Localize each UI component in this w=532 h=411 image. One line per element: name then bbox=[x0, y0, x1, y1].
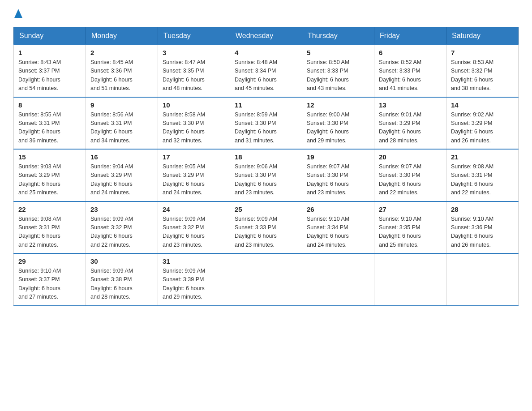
table-row bbox=[446, 253, 519, 306]
table-row: 29 Sunrise: 9:10 AMSunset: 3:37 PMDaylig… bbox=[14, 253, 86, 306]
day-number: 27 bbox=[379, 206, 442, 213]
day-number: 18 bbox=[235, 153, 297, 161]
table-row: 31 Sunrise: 9:09 AMSunset: 3:39 PMDaylig… bbox=[158, 253, 230, 306]
table-row bbox=[230, 253, 302, 306]
table-row: 20 Sunrise: 9:07 AMSunset: 3:30 PMDaylig… bbox=[374, 149, 446, 201]
day-info: Sunrise: 8:59 AMSunset: 3:30 PMDaylight:… bbox=[235, 111, 297, 146]
table-row: 12 Sunrise: 9:00 AMSunset: 3:30 PMDaylig… bbox=[302, 97, 374, 150]
day-number: 12 bbox=[307, 101, 369, 109]
day-number: 28 bbox=[451, 206, 514, 213]
day-number: 9 bbox=[90, 101, 153, 109]
table-row: 17 Sunrise: 9:05 AMSunset: 3:29 PMDaylig… bbox=[158, 149, 230, 201]
table-row: 21 Sunrise: 9:08 AMSunset: 3:31 PMDaylig… bbox=[446, 149, 519, 201]
day-number: 21 bbox=[451, 153, 514, 161]
day-info: Sunrise: 9:04 AMSunset: 3:29 PMDaylight:… bbox=[90, 163, 153, 197]
day-number: 13 bbox=[379, 101, 442, 109]
weekday-header-saturday: Saturday bbox=[446, 27, 519, 45]
day-info: Sunrise: 9:07 AMSunset: 3:30 PMDaylight:… bbox=[307, 163, 369, 197]
table-row bbox=[374, 253, 446, 306]
day-number: 14 bbox=[451, 101, 514, 109]
table-row: 15 Sunrise: 9:03 AMSunset: 3:29 PMDaylig… bbox=[14, 149, 86, 201]
weekday-header-row: SundayMondayTuesdayWednesdayThursdayFrid… bbox=[14, 27, 519, 45]
day-number: 15 bbox=[18, 153, 81, 161]
day-info: Sunrise: 8:50 AMSunset: 3:33 PMDaylight:… bbox=[307, 58, 369, 93]
day-info: Sunrise: 8:58 AMSunset: 3:30 PMDaylight:… bbox=[163, 111, 225, 146]
day-info: Sunrise: 9:09 AMSunset: 3:32 PMDaylight:… bbox=[163, 215, 225, 250]
page-header bbox=[13, 9, 519, 18]
day-info: Sunrise: 8:47 AMSunset: 3:35 PMDaylight:… bbox=[163, 58, 225, 93]
table-row: 14 Sunrise: 9:02 AMSunset: 3:29 PMDaylig… bbox=[446, 97, 519, 150]
day-info: Sunrise: 9:05 AMSunset: 3:29 PMDaylight:… bbox=[163, 163, 225, 197]
calendar-table: SundayMondayTuesdayWednesdayThursdayFrid… bbox=[13, 27, 519, 306]
table-row: 6 Sunrise: 8:52 AMSunset: 3:33 PMDayligh… bbox=[374, 45, 446, 97]
day-number: 11 bbox=[235, 101, 297, 109]
table-row: 7 Sunrise: 8:53 AMSunset: 3:32 PMDayligh… bbox=[446, 45, 519, 97]
calendar-week-row: 8 Sunrise: 8:55 AMSunset: 3:31 PMDayligh… bbox=[14, 97, 519, 150]
day-info: Sunrise: 9:10 AMSunset: 3:34 PMDaylight:… bbox=[307, 215, 369, 250]
weekday-header-wednesday: Wednesday bbox=[230, 27, 302, 45]
day-number: 10 bbox=[163, 101, 225, 109]
day-number: 7 bbox=[451, 49, 514, 56]
day-number: 26 bbox=[307, 206, 369, 213]
table-row: 10 Sunrise: 8:58 AMSunset: 3:30 PMDaylig… bbox=[158, 97, 230, 150]
logo bbox=[13, 9, 22, 18]
weekday-header-monday: Monday bbox=[86, 27, 158, 45]
table-row: 16 Sunrise: 9:04 AMSunset: 3:29 PMDaylig… bbox=[86, 149, 158, 201]
table-row: 1 Sunrise: 8:43 AMSunset: 3:37 PMDayligh… bbox=[14, 45, 86, 97]
day-info: Sunrise: 9:00 AMSunset: 3:30 PMDaylight:… bbox=[307, 111, 369, 146]
day-info: Sunrise: 9:09 AMSunset: 3:32 PMDaylight:… bbox=[90, 215, 153, 250]
day-info: Sunrise: 9:06 AMSunset: 3:30 PMDaylight:… bbox=[235, 163, 297, 197]
calendar-week-row: 15 Sunrise: 9:03 AMSunset: 3:29 PMDaylig… bbox=[14, 149, 519, 201]
svg-marker-0 bbox=[14, 9, 22, 18]
day-info: Sunrise: 9:01 AMSunset: 3:29 PMDaylight:… bbox=[379, 111, 442, 146]
day-number: 31 bbox=[163, 257, 225, 265]
table-row: 19 Sunrise: 9:07 AMSunset: 3:30 PMDaylig… bbox=[302, 149, 374, 201]
day-info: Sunrise: 9:08 AMSunset: 3:31 PMDaylight:… bbox=[451, 163, 514, 197]
day-number: 1 bbox=[18, 49, 81, 56]
day-info: Sunrise: 9:08 AMSunset: 3:31 PMDaylight:… bbox=[18, 215, 81, 250]
table-row bbox=[302, 253, 374, 306]
table-row: 26 Sunrise: 9:10 AMSunset: 3:34 PMDaylig… bbox=[302, 201, 374, 254]
day-info: Sunrise: 8:53 AMSunset: 3:32 PMDaylight:… bbox=[451, 58, 514, 93]
table-row: 28 Sunrise: 9:10 AMSunset: 3:36 PMDaylig… bbox=[446, 201, 519, 254]
day-number: 23 bbox=[90, 206, 153, 213]
day-info: Sunrise: 9:09 AMSunset: 3:39 PMDaylight:… bbox=[163, 267, 225, 302]
table-row: 4 Sunrise: 8:48 AMSunset: 3:34 PMDayligh… bbox=[230, 45, 302, 97]
day-number: 16 bbox=[90, 153, 153, 161]
day-number: 19 bbox=[307, 153, 369, 161]
weekday-header-thursday: Thursday bbox=[302, 27, 374, 45]
day-number: 22 bbox=[18, 206, 81, 213]
table-row: 8 Sunrise: 8:55 AMSunset: 3:31 PMDayligh… bbox=[14, 97, 86, 150]
day-info: Sunrise: 9:09 AMSunset: 3:33 PMDaylight:… bbox=[235, 215, 297, 250]
weekday-header-friday: Friday bbox=[374, 27, 446, 45]
day-number: 3 bbox=[163, 49, 225, 56]
table-row: 5 Sunrise: 8:50 AMSunset: 3:33 PMDayligh… bbox=[302, 45, 374, 97]
table-row: 24 Sunrise: 9:09 AMSunset: 3:32 PMDaylig… bbox=[158, 201, 230, 254]
day-number: 25 bbox=[235, 206, 297, 213]
day-info: Sunrise: 9:10 AMSunset: 3:37 PMDaylight:… bbox=[18, 267, 81, 302]
table-row: 30 Sunrise: 9:09 AMSunset: 3:38 PMDaylig… bbox=[86, 253, 158, 306]
table-row: 2 Sunrise: 8:45 AMSunset: 3:36 PMDayligh… bbox=[86, 45, 158, 97]
day-number: 30 bbox=[90, 257, 153, 265]
table-row: 13 Sunrise: 9:01 AMSunset: 3:29 PMDaylig… bbox=[374, 97, 446, 150]
table-row: 18 Sunrise: 9:06 AMSunset: 3:30 PMDaylig… bbox=[230, 149, 302, 201]
day-info: Sunrise: 9:07 AMSunset: 3:30 PMDaylight:… bbox=[379, 163, 442, 197]
day-info: Sunrise: 9:09 AMSunset: 3:38 PMDaylight:… bbox=[90, 267, 153, 302]
calendar-week-row: 29 Sunrise: 9:10 AMSunset: 3:37 PMDaylig… bbox=[14, 253, 519, 306]
table-row: 22 Sunrise: 9:08 AMSunset: 3:31 PMDaylig… bbox=[14, 201, 86, 254]
table-row: 27 Sunrise: 9:10 AMSunset: 3:35 PMDaylig… bbox=[374, 201, 446, 254]
logo-triangle-icon bbox=[14, 9, 22, 18]
day-info: Sunrise: 8:55 AMSunset: 3:31 PMDaylight:… bbox=[18, 111, 81, 146]
calendar-week-row: 22 Sunrise: 9:08 AMSunset: 3:31 PMDaylig… bbox=[14, 201, 519, 254]
day-info: Sunrise: 9:10 AMSunset: 3:35 PMDaylight:… bbox=[379, 215, 442, 250]
table-row: 25 Sunrise: 9:09 AMSunset: 3:33 PMDaylig… bbox=[230, 201, 302, 254]
weekday-header-tuesday: Tuesday bbox=[158, 27, 230, 45]
table-row: 11 Sunrise: 8:59 AMSunset: 3:30 PMDaylig… bbox=[230, 97, 302, 150]
weekday-header-sunday: Sunday bbox=[14, 27, 86, 45]
day-number: 20 bbox=[379, 153, 442, 161]
day-info: Sunrise: 8:43 AMSunset: 3:37 PMDaylight:… bbox=[18, 58, 81, 93]
table-row: 23 Sunrise: 9:09 AMSunset: 3:32 PMDaylig… bbox=[86, 201, 158, 254]
table-row: 9 Sunrise: 8:56 AMSunset: 3:31 PMDayligh… bbox=[86, 97, 158, 150]
calendar-week-row: 1 Sunrise: 8:43 AMSunset: 3:37 PMDayligh… bbox=[14, 45, 519, 97]
day-info: Sunrise: 8:48 AMSunset: 3:34 PMDaylight:… bbox=[235, 58, 297, 93]
